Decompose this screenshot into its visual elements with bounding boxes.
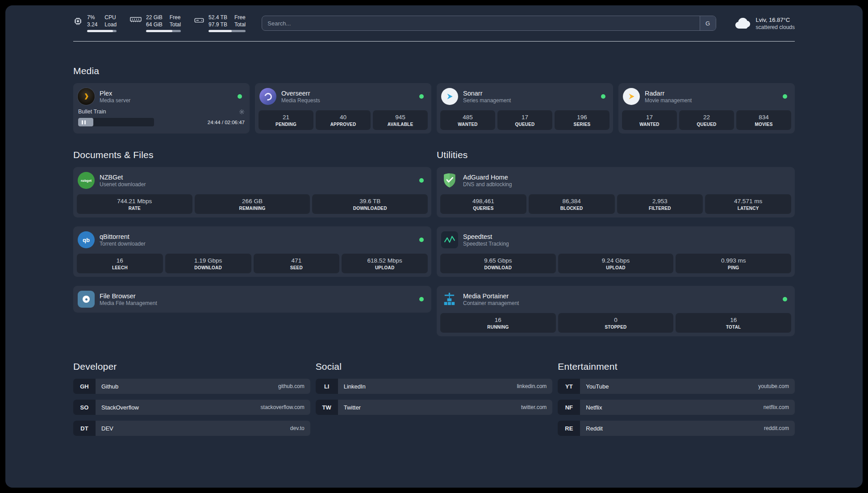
stat-label: TOTAL [677, 325, 789, 330]
bookmark-youtube[interactable]: YT YouTube youtube.com [558, 379, 795, 394]
stat-label: QUEUED [499, 122, 551, 127]
stat-value: 834 [738, 114, 789, 121]
bookmark-abbr: DT [73, 421, 96, 436]
stat-label: UPLOAD [560, 265, 672, 270]
status-dot [419, 297, 424, 301]
bookmark-url: dev.to [290, 425, 305, 431]
service-card-speedtest[interactable]: Speedtest Speedtest Tracking 9.65 Gbps D… [437, 226, 795, 277]
bookmark-netflix[interactable]: NF Netflix netflix.com [558, 400, 795, 415]
stat-label: QUERIES [442, 206, 525, 211]
bookmark-twitter[interactable]: TW Twitter twitter.com [316, 400, 553, 415]
stat-value: 1.19 Gbps [167, 257, 250, 264]
plex-icon [78, 88, 95, 105]
service-desc: Media Requests [281, 97, 320, 104]
service-card-overseerr[interactable]: Overseerr Media Requests 21 PENDING 40 A… [255, 83, 431, 134]
bookmark-abbr: LI [316, 379, 338, 394]
bookmark-abbr: NF [558, 400, 580, 415]
weather-widget: Lviv, 16.87°C scattered clouds [734, 17, 795, 30]
status-dot [419, 238, 424, 242]
disk-usage-bar [209, 30, 246, 32]
service-name: Overseerr [281, 90, 320, 97]
bookmark-name: Netflix [586, 404, 602, 411]
stat: 0 STOPPED [558, 313, 674, 333]
service-card-adguard[interactable]: AdGuard Home DNS and adblocking 498,461 … [437, 167, 795, 217]
bookmark-name: LinkedIn [344, 383, 366, 390]
section-utilities: Utilities AdGuard Home [437, 150, 795, 336]
bookmark-dev[interactable]: DT DEV dev.to [73, 421, 310, 436]
section-media: Media Plex Media server [73, 66, 795, 134]
stat: 498,461 QUERIES [440, 194, 526, 214]
bookmark-reddit[interactable]: RE Reddit reddit.com [558, 421, 795, 436]
gear-icon[interactable] [239, 109, 245, 115]
stat: 16 RUNNING [440, 313, 556, 333]
bookmark-github[interactable]: GH Github github.com [73, 379, 310, 394]
stat: 40 APPROVED [316, 110, 371, 130]
service-name: Media Portainer [463, 292, 519, 300]
stat-value: 2,953 [619, 198, 701, 205]
stat-label: PING [677, 265, 789, 270]
stat-value: 0.993 ms [677, 257, 789, 264]
stat: 17 WANTED [622, 110, 677, 130]
stat-label: RUNNING [442, 325, 554, 330]
stat: 86,384 BLOCKED [529, 194, 615, 214]
bookmark-url: twitter.com [521, 404, 547, 410]
memory-total-value: 64 GiB [146, 21, 163, 29]
service-card-qbittorrent[interactable]: qb qBittorrent Torrent downloader 16 LEE… [73, 226, 431, 277]
stat-label: MOVIES [738, 122, 789, 127]
service-name: Sonarr [463, 90, 511, 97]
playback-progress-bar[interactable] [78, 118, 154, 126]
bookmark-linkedin[interactable]: LI LinkedIn linkedin.com [316, 379, 553, 394]
disk-total-label: Total [234, 21, 246, 29]
cpu-load-value: 3.24 [87, 21, 97, 29]
stat-value: 39.6 TB [314, 198, 426, 205]
stat-label: REMAINING [196, 206, 309, 211]
speedtest-graph-icon [441, 231, 458, 248]
stat: 266 GB REMAINING [195, 194, 310, 214]
bookmarks-entertainment: Entertainment YT YouTube youtube.com NF … [558, 361, 795, 442]
cpu-load-label: Load [104, 21, 117, 29]
service-desc: Series management [463, 97, 511, 104]
stat: 9.65 Gbps DOWNLOAD [440, 254, 556, 273]
search-provider-button[interactable]: G [700, 16, 716, 30]
service-card-nzbget[interactable]: nzbget NZBGet Usenet downloader 744.21 M… [73, 167, 431, 217]
stat: 47.571 ms LATENCY [705, 194, 791, 214]
bookmark-abbr: GH [73, 379, 96, 394]
stat: 196 SERIES [555, 110, 609, 130]
stat-label: SEED [255, 265, 338, 270]
search-input[interactable] [262, 16, 716, 31]
cpu-chip-icon [73, 17, 83, 26]
bookmark-url: stackoverflow.com [261, 404, 305, 410]
stat-label: AVAILABLE [375, 122, 426, 127]
stat-value: 17 [624, 114, 675, 121]
pause-icon[interactable] [82, 120, 86, 124]
service-desc: Media server [100, 97, 130, 104]
service-name: qBittorrent [100, 233, 146, 240]
stat-value: 0 [560, 317, 672, 323]
playback-time: 24:44 / 02:06:47 [208, 120, 245, 125]
radarr-icon [623, 88, 640, 105]
stat-value: 16 [79, 257, 161, 264]
service-card-portainer[interactable]: Media Portainer Container management 16 … [437, 286, 795, 336]
playback-progress-fill [78, 118, 93, 126]
sonarr-icon [441, 88, 458, 105]
service-desc: Container management [463, 300, 519, 306]
service-card-plex[interactable]: Plex Media server Bullet Train [73, 83, 250, 134]
section-title-utilities: Utilities [437, 150, 795, 160]
stat: 744.21 Mbps RATE [77, 194, 192, 214]
stat-value: 9.65 Gbps [442, 257, 554, 264]
service-card-filebrowser[interactable]: File Browser Media File Management [73, 286, 431, 313]
stat: 16 LEECH [77, 254, 163, 273]
bookmark-name: StackOverflow [101, 404, 139, 411]
stat-value: 86,384 [530, 198, 613, 205]
stat: 9.24 Gbps UPLOAD [558, 254, 674, 273]
bookmark-stackoverflow[interactable]: SO StackOverflow stackoverflow.com [73, 400, 310, 415]
service-card-radarr[interactable]: Radarr Movie management 17 WANTED 22 QUE… [618, 83, 795, 134]
stat-label: DOWNLOAD [167, 265, 250, 270]
bookmark-abbr: YT [558, 379, 580, 394]
disk-total-value: 97.9 TB [209, 21, 227, 29]
stat-value: 16 [677, 317, 789, 323]
service-card-sonarr[interactable]: Sonarr Series management 485 WANTED 17 Q… [437, 83, 613, 134]
stat-label: WANTED [442, 122, 493, 127]
stat: 2,953 FILTERED [617, 194, 703, 214]
stat-label: PENDING [260, 122, 312, 127]
